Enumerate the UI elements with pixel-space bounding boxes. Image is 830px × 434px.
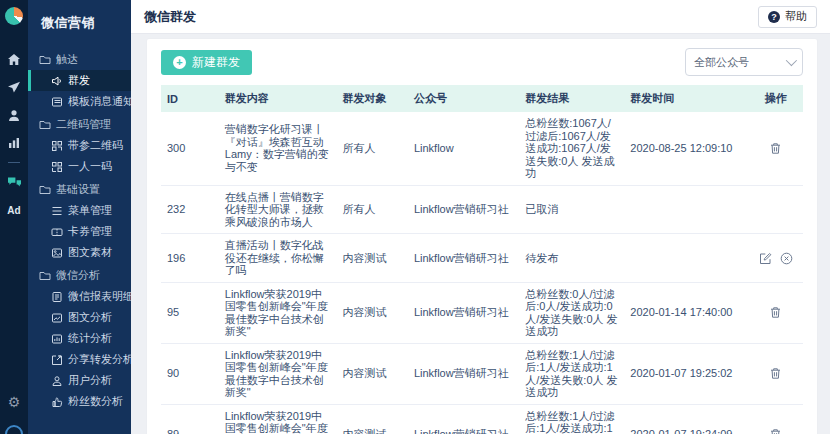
sidebar-item-card-coupon[interactable]: 卡券管理 (28, 221, 131, 242)
broadcast-table: ID群发内容群发对象公众号群发结果群发时间操作 300营销数字化研习课丨『对话』… (161, 85, 803, 434)
rail-icon-list: Ad (7, 45, 22, 224)
cell-account: Linkflow营销研习社 (408, 343, 519, 404)
user-analysis-icon (50, 375, 63, 387)
cell-account: Linkflow营销研习社 (408, 234, 519, 283)
bottom-widget-icon[interactable] (5, 425, 23, 434)
cell-content: Linkflow荣获2019中国零售创新峰会"年度最佳数字中台技术创新奖" (219, 282, 337, 343)
cell-id: 95 (161, 282, 219, 343)
rail-bottom: ⚙ (0, 395, 28, 434)
cell-target: 所有人 (336, 112, 407, 185)
cell-target: 内容测试 (336, 404, 407, 434)
cancel-button[interactable] (776, 252, 797, 265)
cell-ops (748, 112, 803, 185)
sidebar-item-label: 微信报表明细 (68, 289, 131, 304)
sidebar-item-stats-analysis[interactable]: 统计分析 (28, 328, 131, 349)
wechat-chat-icon[interactable] (7, 168, 22, 196)
sidebar-item-broadcast[interactable]: 群发 (28, 70, 131, 91)
cell-time: 2020-01-07 19:24:09 (624, 404, 748, 434)
column-header: 群发对象 (336, 85, 407, 112)
icon-rail: Ad ⚙ (0, 0, 28, 434)
table-body: 300营销数字化研习课丨『对话』埃森哲互动Lamy：数字营销的变与不变所有人Li… (161, 112, 803, 434)
personal-qrcode-icon (50, 161, 63, 173)
account-filter-select[interactable]: 全部公众号 (685, 48, 803, 76)
cell-ops (748, 185, 803, 234)
sidebar-item-personal-qrcode[interactable]: 一人一码 (28, 156, 131, 177)
rail-divider (8, 162, 20, 163)
cell-content: 在线点播丨营销数字化转型大师课，拯救乘风破浪的市场人 (219, 185, 337, 234)
home-icon[interactable] (7, 45, 21, 73)
template-message-icon (50, 96, 63, 108)
sidebar: 微信营销 触达群发模板消息通知二维码管理带参二维码一人一码基础设置菜单管理卡券管… (28, 0, 131, 434)
sidebar-item-label: 图文素材 (68, 245, 112, 260)
delete-button[interactable] (765, 428, 786, 434)
table-row: 196直播活动丨数字化战役还在继续，你松懈了吗内容测试Linkflow营销研习社… (161, 234, 803, 283)
edit-icon (759, 252, 772, 265)
trash-icon (769, 306, 782, 319)
delete-button[interactable] (765, 306, 786, 319)
cell-ops (748, 343, 803, 404)
user-icon[interactable] (7, 101, 21, 129)
sidebar-group-wechat-analysis[interactable]: 微信分析 (28, 265, 131, 286)
question-icon: ? (768, 11, 780, 23)
sidebar-group-qrcode-manage[interactable]: 二维码管理 (28, 114, 131, 135)
delete-button[interactable] (765, 367, 786, 380)
sidebar-item-user-analysis[interactable]: 用户分析 (28, 370, 131, 391)
column-header: 群发时间 (624, 85, 748, 112)
cell-time: 2020-08-25 12:09:10 (624, 112, 748, 185)
share-analysis-icon (50, 354, 63, 366)
new-broadcast-label: 新建群发 (192, 54, 240, 71)
sidebar-item-label: 一人一码 (68, 159, 112, 174)
send-icon[interactable] (7, 73, 21, 101)
app-logo[interactable] (5, 7, 23, 25)
content-area: + 新建群发 全部公众号 ID群发内容群发对象公众号群发结果群发时间操作 300… (131, 34, 830, 434)
sidebar-item-media-material[interactable]: 图文素材 (28, 242, 131, 263)
cell-id: 232 (161, 185, 219, 234)
table-row: 300营销数字化研习课丨『对话』埃森哲互动Lamy：数字营销的变与不变所有人Li… (161, 112, 803, 185)
broadcast-card: + 新建群发 全部公众号 ID群发内容群发对象公众号群发结果群发时间操作 300… (147, 39, 817, 434)
sidebar-item-label: 粉丝数分析 (68, 394, 123, 409)
sidebar-group-basic-settings[interactable]: 基础设置 (28, 179, 131, 200)
cell-id: 89 (161, 404, 219, 434)
cell-id: 90 (161, 343, 219, 404)
cell-id: 196 (161, 234, 219, 283)
folder-icon (38, 119, 51, 131)
sidebar-item-label: 图文分析 (68, 310, 112, 325)
help-button[interactable]: ? 帮助 (758, 6, 817, 28)
sidebar-item-share-forward-analysis[interactable]: 分享转发分析 (28, 349, 131, 370)
menu-manage-icon (50, 205, 63, 217)
sidebar-item-label: 用户分析 (68, 373, 112, 388)
ad-icon[interactable]: Ad (7, 196, 20, 224)
page-title: 微信群发 (144, 8, 196, 26)
sidebar-group-label: 二维码管理 (56, 117, 111, 132)
new-broadcast-button[interactable]: + 新建群发 (161, 50, 252, 75)
stats-analysis-icon (50, 333, 63, 345)
cell-content: Linkflow荣获2019中国零售创新峰会"年度最佳数字中台技术创新奖" (219, 404, 337, 434)
delete-button[interactable] (765, 142, 786, 155)
cell-account: Linkflow营销研习社 (408, 404, 519, 434)
main-area: 微信群发 ? 帮助 + 新建群发 全部公众号 (131, 0, 830, 434)
edit-button[interactable] (755, 252, 776, 265)
sidebar-item-param-qrcode[interactable]: 带参二维码 (28, 135, 131, 156)
bar-chart-icon[interactable] (7, 129, 21, 157)
sidebar-group-reach[interactable]: 触达 (28, 49, 131, 70)
sidebar-item-wechat-report-detail[interactable]: 微信报表明细 (28, 286, 131, 307)
sidebar-group-label: 基础设置 (56, 182, 100, 197)
chevron-down-icon (786, 55, 797, 66)
cell-target: 所有人 (336, 185, 407, 234)
sidebar-item-template-message[interactable]: 模板消息通知 (28, 91, 131, 112)
settings-gear-icon[interactable]: ⚙ (8, 395, 21, 409)
sidebar-item-menu-manage[interactable]: 菜单管理 (28, 200, 131, 221)
table-row: 89Linkflow荣获2019中国零售创新峰会"年度最佳数字中台技术创新奖"内… (161, 404, 803, 434)
sidebar-item-article-analysis[interactable]: 图文分析 (28, 307, 131, 328)
sidebar-item-fans-analysis[interactable]: 粉丝数分析 (28, 391, 131, 412)
cell-time: 2020-01-14 17:40:00 (624, 282, 748, 343)
plus-icon: + (173, 56, 186, 69)
account-filter-value: 全部公众号 (694, 55, 749, 70)
cell-target: 内容测试 (336, 234, 407, 283)
cancel-circle-icon (780, 252, 793, 265)
sidebar-title: 微信营销 (28, 0, 131, 47)
cell-time (624, 185, 748, 234)
cell-account: Linkflow营销研习社 (408, 185, 519, 234)
card-coupon-icon (50, 226, 63, 238)
sidebar-item-label: 带参二维码 (68, 138, 123, 153)
